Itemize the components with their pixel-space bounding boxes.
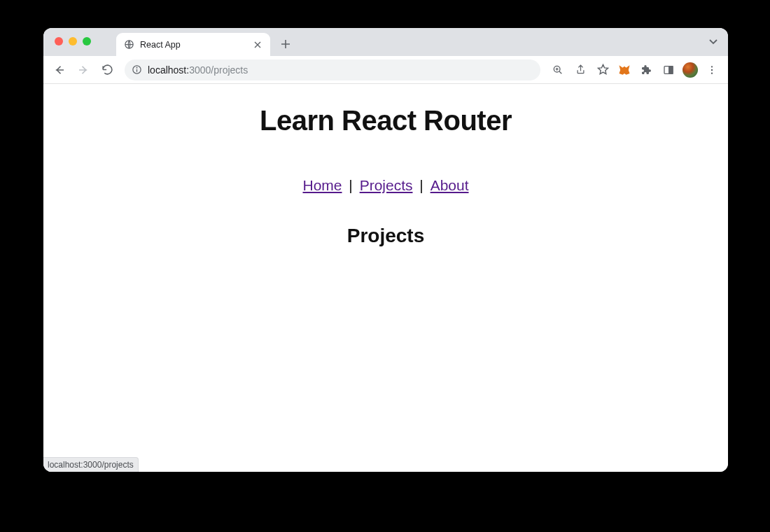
new-tab-button[interactable]	[276, 34, 295, 54]
site-info-icon[interactable]	[132, 64, 142, 75]
nav-links: Home | Projects | About	[43, 177, 728, 194]
window-minimize-button[interactable]	[69, 37, 77, 46]
address-bar[interactable]: localhost:3000/projects	[125, 59, 540, 80]
forward-button[interactable]	[73, 59, 94, 80]
svg-point-3	[136, 67, 137, 68]
svg-rect-6	[669, 66, 673, 74]
reload-button[interactable]	[97, 59, 118, 80]
nav-separator: |	[416, 177, 428, 193]
profile-avatar[interactable]	[680, 60, 700, 80]
bookmark-button[interactable]	[592, 59, 613, 80]
tab-title: React App	[140, 40, 246, 50]
share-button[interactable]	[570, 59, 591, 80]
nav-link-projects[interactable]: Projects	[360, 177, 413, 193]
side-panel-button[interactable]	[658, 59, 679, 80]
nav-separator: |	[345, 177, 357, 193]
url-text: localhost:3000/projects	[148, 64, 533, 76]
nav-link-about[interactable]: About	[430, 177, 469, 193]
page-heading: Learn React Router	[43, 105, 728, 136]
browser-toolbar: localhost:3000/projects	[43, 56, 728, 84]
browser-menu-button[interactable]	[701, 59, 722, 80]
svg-point-8	[711, 69, 713, 70]
svg-point-7	[711, 66, 713, 67]
extensions-button[interactable]	[636, 59, 657, 80]
zoom-button[interactable]	[547, 59, 568, 80]
window-controls	[55, 37, 91, 46]
page-viewport: Learn React Router Home | Projects | Abo…	[43, 84, 728, 472]
nav-link-home[interactable]: Home	[302, 177, 342, 193]
browser-tab[interactable]: React App	[116, 33, 270, 56]
svg-point-9	[711, 72, 713, 74]
page-subheading: Projects	[43, 225, 728, 247]
window-close-button[interactable]	[55, 37, 63, 46]
toolbar-actions	[547, 59, 722, 80]
window-zoom-button[interactable]	[83, 37, 91, 46]
tabs-dropdown-button[interactable]	[708, 36, 718, 46]
globe-icon	[123, 39, 134, 50]
extension-metamask-icon[interactable]	[615, 60, 634, 80]
status-bar: localhost:3000/projects	[43, 457, 139, 472]
tab-close-button[interactable]	[252, 39, 263, 50]
tab-strip: React App	[43, 28, 728, 56]
browser-window: React App	[43, 28, 728, 472]
back-button[interactable]	[49, 59, 70, 80]
